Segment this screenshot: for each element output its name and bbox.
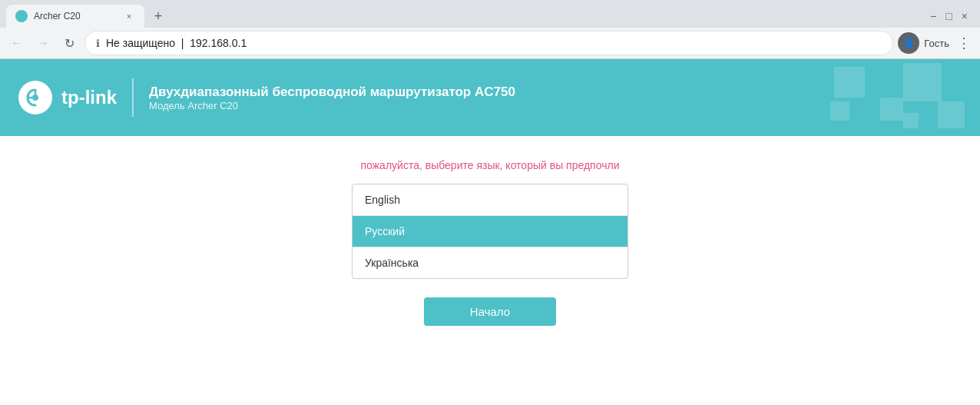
router-header: tp-link Двухдиапазонный беспроводной мар… <box>0 59 980 136</box>
url-bar[interactable]: ℹ Не защищено | 192.168.0.1 <box>84 31 893 55</box>
browser-tab[interactable]: Archer C20 × <box>6 5 144 28</box>
maximize-button[interactable]: □ <box>945 10 952 22</box>
language-list: English Русский Українська <box>352 184 628 279</box>
not-secure-label: Не защищено <box>106 37 175 49</box>
language-prompt: пожалуйста, выберите язык, который вы пр… <box>361 159 620 171</box>
minimize-button[interactable]: − <box>930 10 936 22</box>
profile-icon[interactable]: 👤 <box>898 32 919 54</box>
header-divider <box>132 78 134 117</box>
decorative-shapes <box>826 59 980 136</box>
tab-close-button[interactable]: × <box>123 10 135 22</box>
logo-area: tp-link <box>18 81 117 115</box>
header-model: Модель Archer C20 <box>149 100 515 111</box>
refresh-button[interactable]: ↻ <box>58 32 80 54</box>
deco-shape-5 <box>830 101 849 121</box>
header-info: Двухдиапазонный беспроводной маршрутизат… <box>149 85 515 111</box>
profile-avatar-icon: 👤 <box>903 38 915 48</box>
logo-icon <box>18 81 52 115</box>
url-address: 192.168.0.1 <box>190 37 247 49</box>
window-controls: − □ × <box>930 10 974 22</box>
language-option-russian[interactable]: Русский <box>353 216 627 247</box>
svg-point-1 <box>32 95 38 101</box>
guest-label: Гость <box>924 38 949 49</box>
tab-title: Archer C20 <box>34 11 118 22</box>
tab-bar: Archer C20 × + − □ × <box>0 0 980 28</box>
close-window-button[interactable]: × <box>962 10 968 22</box>
logo-text: tp-link <box>61 87 117 108</box>
browser-menu-button[interactable]: ⋮ <box>954 32 974 55</box>
deco-shape-4 <box>938 101 965 128</box>
deco-shape-6 <box>903 113 919 128</box>
header-title: Двухдиапазонный беспроводной маршрутизат… <box>149 85 515 100</box>
address-bar: ← → ↻ ℹ Не защищено | 192.168.0.1 👤 Гост… <box>0 28 980 58</box>
language-option-english[interactable]: English <box>353 184 627 216</box>
deco-shape-3 <box>903 63 942 101</box>
back-button[interactable]: ← <box>6 32 28 54</box>
url-text: Не защищено | 192.168.0.1 <box>106 37 882 49</box>
page-content: tp-link Двухдиапазонный беспроводной мар… <box>0 59 980 405</box>
security-icon: ℹ <box>96 38 100 49</box>
deco-shape-1 <box>834 67 865 98</box>
main-body: пожалуйста, выберите язык, который вы пр… <box>0 136 980 326</box>
deco-shape-2 <box>880 98 903 121</box>
start-button[interactable]: Начало <box>424 297 556 326</box>
language-option-ukrainian[interactable]: Українська <box>353 247 627 278</box>
tplink-logo-svg <box>22 84 49 111</box>
tab-favicon <box>15 10 28 22</box>
new-tab-button[interactable]: + <box>147 5 169 27</box>
browser-chrome: Archer C20 × + − □ × ← → ↻ ℹ Не защищено… <box>0 0 980 59</box>
forward-button[interactable]: → <box>32 32 54 54</box>
